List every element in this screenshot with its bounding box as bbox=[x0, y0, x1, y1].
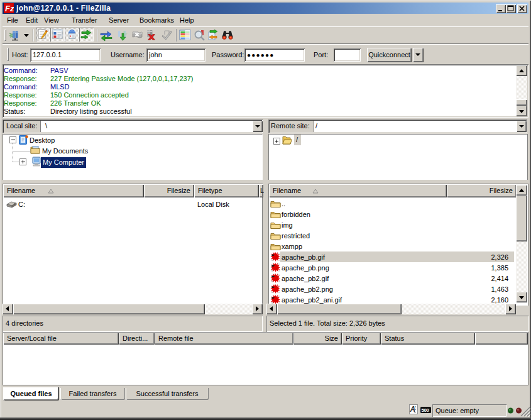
svg-text:Fz: Fz bbox=[5, 4, 14, 13]
svg-text:500: 500 bbox=[422, 407, 430, 413]
